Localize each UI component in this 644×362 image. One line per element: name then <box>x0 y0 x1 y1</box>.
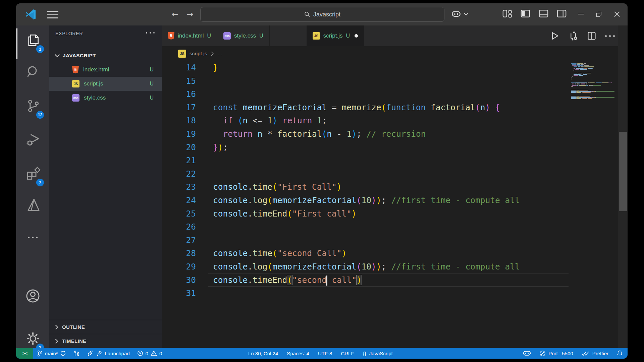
css-file-icon: CSS <box>72 94 79 102</box>
tab-style.css[interactable]: CSSstyle.cssU <box>217 25 270 46</box>
toggle-sidebar-icon[interactable] <box>521 9 530 18</box>
sidebar-item-extension-pyramid[interactable] <box>16 193 49 217</box>
html-file-icon: 5 <box>168 32 174 40</box>
remote-indicator[interactable]: >< <box>16 348 33 359</box>
code-line-15[interactable]: 15 <box>162 74 628 88</box>
code-line-22[interactable]: 22 <box>162 167 628 181</box>
explorer-sidebar: EXPLORER JAVASCRIPT 5index.htmlUJSscript… <box>49 25 162 348</box>
close-button[interactable] <box>610 7 624 21</box>
language-mode[interactable]: {} JavaScript <box>363 348 393 359</box>
account-icon <box>25 288 41 304</box>
tab-index.html[interactable]: 5index.htmlU <box>162 25 217 46</box>
vscode-window: ← → Javascript <box>16 3 628 359</box>
git-status-badge: U <box>346 33 350 39</box>
menu-icon[interactable] <box>47 11 58 18</box>
code-line-28[interactable]: 28console.time("second Call") <box>162 247 628 260</box>
nav-back-icon[interactable]: ← <box>169 8 181 20</box>
sidebar-item-extensions[interactable]: 7 <box>16 162 49 186</box>
code-text: console.time("second Call") <box>213 248 346 258</box>
source-control-graph-item[interactable] <box>70 348 83 359</box>
line-number: 15 <box>162 74 196 88</box>
toggle-panel-icon[interactable] <box>539 9 548 18</box>
eol-sequence[interactable]: CRLF <box>341 351 354 356</box>
cursor-position[interactable]: Ln 30, Col 24 <box>248 351 278 356</box>
code-line-14[interactable]: 14} <box>162 61 628 74</box>
toggle-secondary-sidebar-icon[interactable] <box>557 9 567 18</box>
indentation[interactable]: Spaces: 4 <box>287 351 309 356</box>
code-line-21[interactable]: 21 <box>162 154 628 167</box>
file-row-index.html[interactable]: 5index.htmlU <box>49 63 162 77</box>
ellipsis-icon <box>28 237 38 238</box>
code-line-17[interactable]: 17const memorizeFactorial = memorize(fun… <box>162 101 628 114</box>
search-input[interactable]: Javascript <box>200 7 444 22</box>
line-number: 27 <box>162 234 196 247</box>
line-number: 14 <box>162 61 196 74</box>
css-file-icon: CSS <box>223 32 231 40</box>
file-row-script.js[interactable]: JSscript.jsU <box>49 77 162 91</box>
line-number: 21 <box>162 154 196 167</box>
nav-forward-icon[interactable]: → <box>184 8 196 20</box>
unsaved-dot-icon <box>355 34 358 38</box>
vscode-logo-icon <box>25 8 37 20</box>
activity-more-actions[interactable] <box>16 225 49 249</box>
warnings-icon <box>151 350 157 356</box>
status-bar: >< main* <box>16 348 628 359</box>
close-icon <box>614 11 620 17</box>
search-icon <box>304 11 310 17</box>
restore-button[interactable] <box>592 7 606 21</box>
code-line-26[interactable]: 26 <box>162 220 628 234</box>
live-server-port[interactable]: Port : 5500 <box>539 348 573 359</box>
outline-section[interactable]: OUTLINE <box>49 320 162 334</box>
copilot-button[interactable] <box>451 10 468 18</box>
sidebar-item-explorer[interactable]: 1 <box>16 28 49 52</box>
code-text: return n * factorial(n - 1); // recursio… <box>213 129 426 139</box>
settings-button[interactable]: 1 <box>16 326 49 351</box>
scrollbar-thumb[interactable] <box>619 132 627 211</box>
code-line-16[interactable]: 16 <box>162 87 628 101</box>
code-line-31[interactable]: 31 <box>162 287 628 300</box>
editor-group: 5index.htmlUCSSstyle.cssUJSscript.jsU JS… <box>162 25 628 348</box>
line-number: 31 <box>162 287 196 300</box>
code-line-18[interactable]: 18 if (n <= 1) return 1; <box>162 114 628 127</box>
editor-scrollbar[interactable] <box>618 25 628 348</box>
branch-item[interactable]: main* <box>33 348 70 359</box>
sidebar-item-run-debug[interactable] <box>16 127 49 152</box>
code-line-20[interactable]: 20}); <box>162 141 628 154</box>
tab-script.js[interactable]: JSscript.jsU <box>307 25 364 46</box>
sidebar-item-search[interactable] <box>16 60 49 84</box>
rocket-icon <box>87 350 94 357</box>
ban-icon <box>539 350 546 357</box>
split-editor-icon[interactable] <box>587 31 596 41</box>
minimap[interactable] <box>571 63 614 101</box>
code-line-24[interactable]: 24console.log(memorizeFactorial(10)); //… <box>162 194 628 207</box>
timeline-section[interactable]: TIMELINE <box>49 334 162 348</box>
code-line-23[interactable]: 23console.time("First Call") <box>162 180 628 194</box>
sidebar-item-source-control[interactable]: 12 <box>16 94 49 118</box>
git-branch-icon <box>37 350 43 357</box>
encoding[interactable]: UTF-8 <box>318 351 332 356</box>
customize-layout-icon[interactable] <box>502 9 512 18</box>
active-indicator <box>16 28 17 59</box>
explorer-more-actions[interactable] <box>146 32 155 34</box>
code-area[interactable]: 14}151617const memorizeFactorial = memor… <box>162 61 628 300</box>
git-status-badge: U <box>150 95 154 101</box>
run-file-icon[interactable] <box>550 31 559 41</box>
bell-icon[interactable] <box>616 350 623 357</box>
code-line-19[interactable]: 19 return n * factorial(n - 1); // recur… <box>162 127 628 141</box>
minimize-button[interactable] <box>574 7 588 21</box>
breadcrumb[interactable]: JS script.js ... <box>162 46 628 61</box>
code-line-29[interactable]: 29console.log(memorizeFactorial(10)); //… <box>162 260 628 274</box>
copilot-status-icon[interactable] <box>523 350 531 357</box>
code-line-25[interactable]: 25console.timeEnd("First call") <box>162 207 628 221</box>
launchpad-item[interactable]: Launchpad <box>83 348 133 359</box>
accounts-button[interactable] <box>16 284 49 308</box>
folder-row-javascript[interactable]: JAVASCRIPT <box>49 49 162 63</box>
open-changes-icon[interactable] <box>568 31 578 41</box>
code-line-27[interactable]: 27 <box>162 234 628 247</box>
more-actions-icon[interactable] <box>605 35 615 37</box>
code-line-30[interactable]: 30console.timeEnd("second call") <box>162 274 628 287</box>
problems-item[interactable]: 0 0 <box>133 348 166 359</box>
formatter-item[interactable]: Prettier <box>581 348 608 359</box>
file-row-style.css[interactable]: CSSstyle.cssU <box>49 91 162 105</box>
restore-icon <box>596 12 601 17</box>
